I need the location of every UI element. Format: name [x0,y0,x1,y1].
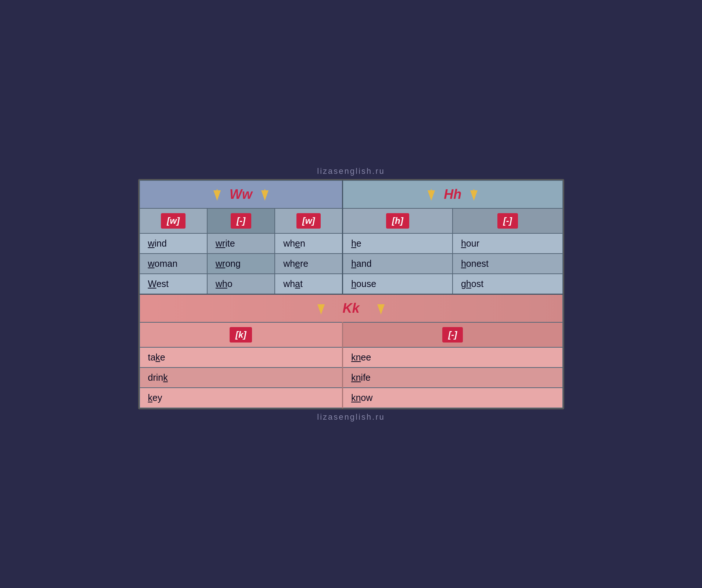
hh-badge-h: [h] [386,213,409,229]
kk-header-row: Kk [140,294,563,322]
kk-phoneme-2: [-] [342,322,562,347]
kk-col2-row3: know [342,388,562,408]
ww-title: Ww [230,187,252,202]
kk-col2-row2: knife [342,368,562,388]
ww-arrow-left-icon [210,187,224,202]
watermark-top: lizasenglish.ru [138,164,564,179]
ww-col3-row2: where [275,254,342,274]
hh-col1-row1: he [342,233,453,254]
hh-phoneme-1: [h] [342,208,453,233]
kk-col1-row1: take [140,347,343,368]
ww-col3-row3: what [275,274,342,294]
ww-title-cell: Ww [140,180,343,208]
kk-col2-row1: knee [342,347,562,368]
svg-marker-4 [428,190,435,201]
hh-col1-row3: house [342,274,453,294]
ww-badge-w2: [w] [296,213,321,229]
svg-marker-6 [470,190,478,201]
hh-badge-silent: [-] [497,213,518,229]
ww-phoneme-3: [w] [275,208,342,233]
svg-marker-8 [317,304,325,315]
ww-phoneme-2: [-] [207,208,275,233]
ww-col1-row2: woman [140,254,207,274]
kk-arrow-right-icon [374,301,388,316]
hh-col2-row2: honest [453,254,563,274]
hh-col1-row2: hand [342,254,453,274]
kk-title: Kk [342,301,359,316]
hh-col2-row3: ghost [453,274,563,294]
outer-container: lizasenglish.ru [131,156,572,432]
kk-col1-row2: drink [140,368,343,388]
ww-col3-row1: when [275,233,342,254]
ww-col2-row3: who [207,274,275,294]
kk-word-row-1: take knee [140,347,563,368]
ww-col2-row2: wrong [207,254,275,274]
ww-col1-row1: wind [140,233,207,254]
word-row-3: West who what house ghost [140,274,563,294]
svg-marker-9 [377,304,385,315]
hh-col2-row1: hour [453,233,563,254]
ww-col1-row3: West [140,274,207,294]
ww-badge-w1: [w] [161,213,186,229]
ww-col2-row1: write [207,233,275,254]
hh-title: Hh [444,187,461,202]
svg-marker-2 [261,190,269,201]
ww-badge-silent: [-] [231,213,251,229]
kk-phoneme-1: [k] [140,322,343,347]
kk-badge-k: [k] [230,327,252,343]
hh-arrow-right-icon [467,187,480,202]
ww-arrow-right-icon [258,187,271,202]
hh-phoneme-2: [-] [453,208,563,233]
hh-arrow-left-icon [425,187,438,202]
watermark-bottom: lizasenglish.ru [138,409,564,425]
kk-word-row-3: key know [140,388,563,408]
kk-phoneme-row: [k] [-] [140,322,563,347]
kk-arrow-left-icon [314,301,328,316]
top-section: Ww Hh [139,180,563,408]
word-row-1: wind write when he hour [140,233,563,254]
word-row-2: woman wrong where hand honest [140,254,563,274]
main-card: Ww Hh [138,179,564,409]
ww-phoneme-1: [w] [140,208,207,233]
kk-word-row-2: drink knife [140,368,563,388]
kk-badge-silent: [-] [442,327,463,343]
svg-marker-0 [213,190,221,201]
hh-title-cell: Hh [342,180,562,208]
kk-col1-row3: key [140,388,343,408]
